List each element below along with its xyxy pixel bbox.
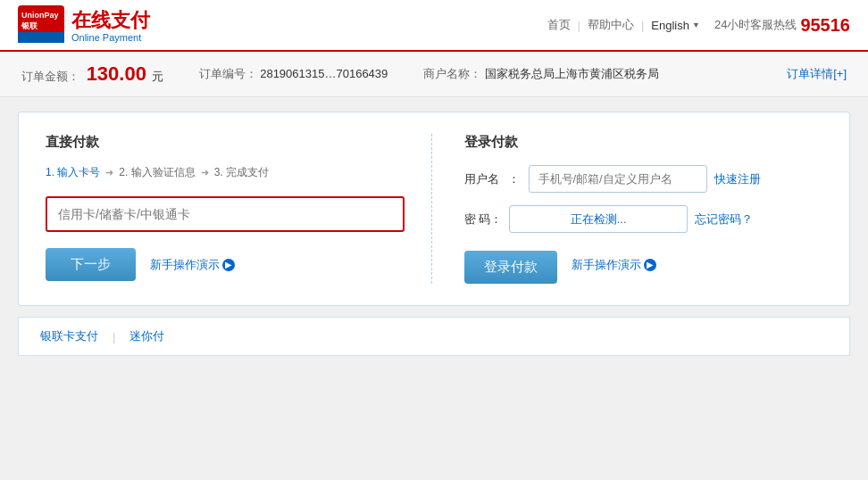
- main-content: 直接付款 1. 输入卡号 ➜ 2. 输入验证信息 ➜ 3. 完成支付 下一步 新…: [0, 97, 868, 370]
- logo-area: UnionPay 银联 在线支付 Online Payment: [18, 5, 150, 46]
- nav-sep-1: |: [578, 19, 580, 32]
- direct-demo-link[interactable]: 新手操作演示 ▶: [150, 257, 235, 273]
- username-input[interactable]: [529, 165, 707, 193]
- svg-text:银联: 银联: [21, 21, 38, 30]
- direct-payment-section: 直接付款 1. 输入卡号 ➜ 2. 输入验证信息 ➜ 3. 完成支付 下一步 新…: [46, 134, 432, 284]
- step-3: 3. 完成支付: [214, 165, 269, 180]
- header: UnionPay 银联 在线支付 Online Payment 首页 | 帮助中…: [0, 0, 868, 52]
- password-input[interactable]: [509, 205, 688, 233]
- hotline-label: 24小时客服热线: [714, 17, 797, 33]
- username-label: 用户名: [464, 171, 499, 187]
- footer-tab-sep: |: [113, 330, 115, 343]
- merchant-info: 商户名称： 国家税务总局上海市黄浦区税务局: [423, 66, 659, 82]
- login-demo-icon: ▶: [644, 259, 656, 271]
- steps-row: 1. 输入卡号 ➜ 2. 输入验证信息 ➜ 3. 完成支付: [46, 165, 405, 180]
- forgot-password-link[interactable]: 忘记密码？: [695, 211, 753, 228]
- quick-register-link[interactable]: 快速注册: [714, 171, 761, 187]
- tab-minipay[interactable]: 迷你付: [129, 328, 179, 344]
- card-number-input[interactable]: [47, 198, 403, 230]
- username-colon: ：: [508, 171, 520, 187]
- login-payment-title: 登录付款: [464, 134, 823, 151]
- order-no: 订单编号： 2819061315…70166439: [199, 66, 388, 82]
- direct-payment-title: 直接付款: [46, 134, 405, 151]
- login-demo-label: 新手操作演示: [572, 257, 641, 273]
- step-arrow-2: ➜: [201, 167, 209, 178]
- order-amount: 订单金额： 130.00 元: [21, 62, 163, 86]
- amount-value: 130.00: [87, 62, 146, 85]
- header-right: 首页 | 帮助中心 | English ▼ 24小时客服热线 95516: [547, 15, 850, 36]
- amount-unit: 元: [152, 70, 163, 83]
- login-bottom-row: 登录付款 新手操作演示 ▶: [464, 245, 823, 284]
- merchant-value: 国家税务总局上海市黄浦区税务局: [485, 67, 659, 80]
- card-input-wrapper: [46, 196, 405, 232]
- footer-tabs: 银联卡支付 | 迷你付: [18, 317, 850, 356]
- direct-bottom-row: 下一步 新手操作演示 ▶: [46, 248, 405, 281]
- step-2: 2. 输入验证信息: [119, 165, 195, 180]
- login-payment-section: 登录付款 用户名 ： 快速注册 密 码： 忘记密码？ 登录付款 新手操作演示 ▶: [432, 134, 823, 284]
- login-pay-button[interactable]: 登录付款: [464, 251, 557, 284]
- password-row: 密 码： 忘记密码？: [464, 205, 823, 233]
- password-label: 密 码：: [464, 211, 503, 228]
- hotline-number: 95516: [800, 15, 850, 36]
- payment-panel: 直接付款 1. 输入卡号 ➜ 2. 输入验证信息 ➜ 3. 完成支付 下一步 新…: [18, 112, 850, 306]
- logo-title: 在线支付: [71, 7, 150, 34]
- nav-home-link[interactable]: 首页: [547, 17, 571, 33]
- demo-label: 新手操作演示: [150, 257, 220, 273]
- step-arrow-1: ➜: [105, 167, 113, 178]
- logo-subtitle: Online Payment: [71, 32, 150, 43]
- logo-unionpay: UnionPay 银联: [18, 5, 64, 46]
- order-bar: 订单金额： 130.00 元 订单编号： 2819061315…70166439…: [0, 52, 868, 97]
- next-button[interactable]: 下一步: [46, 248, 136, 281]
- nav-help-link[interactable]: 帮助中心: [588, 17, 634, 33]
- username-row: 用户名 ： 快速注册: [464, 165, 823, 193]
- chevron-down-icon: ▼: [692, 21, 700, 29]
- info-icon: ▶: [222, 259, 235, 271]
- lang-label: English: [651, 19, 689, 32]
- order-no-label: 订单编号：: [199, 67, 257, 80]
- step-1: 1. 输入卡号: [46, 165, 100, 180]
- amount-label: 订单金额：: [21, 70, 79, 83]
- lang-selector[interactable]: English ▼: [651, 19, 700, 32]
- merchant-label: 商户名称：: [423, 67, 481, 80]
- order-no-value: 2819061315…70166439: [260, 67, 388, 80]
- svg-rect-3: [18, 32, 64, 43]
- nav-sep-2: |: [641, 19, 644, 32]
- logo-text-area: 在线支付 Online Payment: [71, 7, 150, 43]
- order-detail-link[interactable]: 订单详情[+]: [787, 66, 847, 82]
- tab-unionpay[interactable]: 银联卡支付: [40, 328, 113, 344]
- login-demo-link[interactable]: 新手操作演示 ▶: [572, 257, 656, 273]
- svg-text:UnionPay: UnionPay: [21, 11, 59, 20]
